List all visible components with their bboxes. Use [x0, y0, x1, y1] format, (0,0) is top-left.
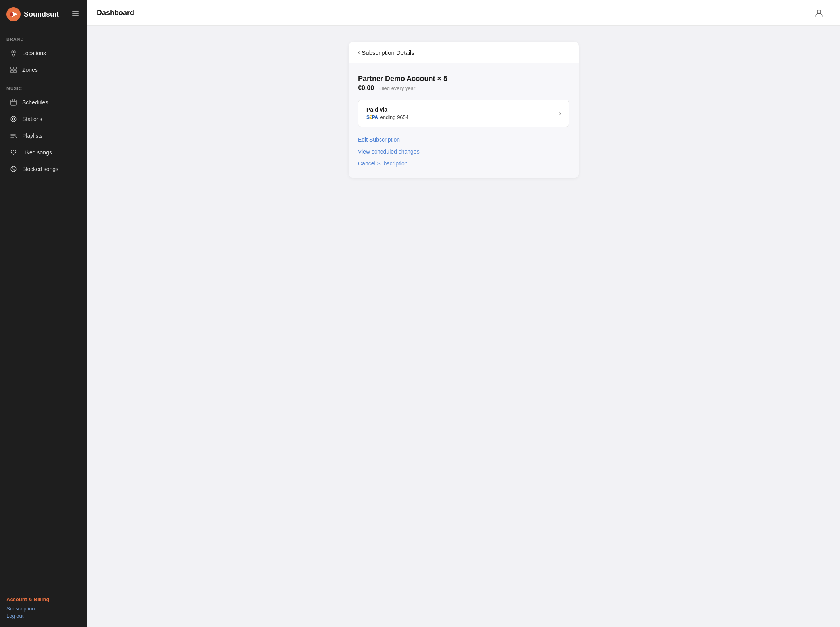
svg-point-19 [15, 137, 17, 138]
stations-label: Stations [22, 116, 42, 122]
topbar-right [813, 6, 830, 19]
topbar: Dashboard [87, 0, 840, 26]
content-area: ‹ Subscription Details Partner Demo Acco… [87, 26, 840, 627]
sepa-pa-letters: PA [372, 115, 378, 120]
card-header: ‹ Subscription Details [349, 42, 579, 63]
chevron-right-icon: › [559, 110, 561, 117]
svg-rect-8 [14, 70, 16, 73]
price-amount: €0.00 [358, 85, 374, 91]
cancel-subscription-link[interactable]: Cancel Subscription [358, 160, 569, 167]
sidebar-header: Soundsuit [0, 0, 87, 29]
subscription-price: €0.00 Billed every year [358, 85, 569, 92]
music-section-label: MUSIC [0, 78, 87, 94]
svg-point-15 [13, 119, 14, 119]
sepa-s-letter: S [366, 115, 370, 120]
payment-details: Paid via S€PA ending 9654 [366, 106, 408, 120]
zones-icon [10, 66, 17, 74]
account-billing-title: Account & Billing [6, 596, 81, 602]
locations-label: Locations [22, 50, 46, 56]
liked-icon [10, 148, 17, 156]
svg-rect-2 [72, 11, 79, 12]
blocked-icon [10, 165, 17, 173]
svg-rect-4 [72, 15, 79, 16]
sidebar-item-schedules[interactable]: Schedules [3, 94, 84, 110]
playlists-icon [10, 132, 17, 140]
sepa-logo: S€PA [366, 115, 378, 120]
blocked-songs-label: Blocked songs [22, 166, 58, 172]
stations-icon [10, 115, 17, 123]
sidebar-item-liked-songs[interactable]: Liked songs [3, 144, 84, 160]
logout-link[interactable]: Log out [6, 613, 81, 619]
payment-label: Paid via [366, 106, 408, 113]
svg-rect-7 [11, 70, 13, 73]
view-scheduled-changes-link[interactable]: View scheduled changes [358, 148, 569, 155]
sidebar-toggle-button[interactable] [70, 8, 81, 21]
svg-rect-5 [11, 67, 13, 69]
soundsuit-logo-icon [6, 7, 21, 21]
subscription-name: Partner Demo Account × 5 [358, 75, 569, 83]
sidebar-item-zones[interactable]: Zones [3, 62, 84, 78]
liked-songs-label: Liked songs [22, 149, 52, 156]
svg-rect-6 [14, 67, 16, 69]
svg-line-21 [12, 167, 15, 171]
svg-point-1 [10, 12, 13, 16]
sidebar-item-locations[interactable]: Locations [3, 45, 84, 61]
sidebar-item-blocked-songs[interactable]: Blocked songs [3, 161, 84, 177]
sidebar-item-playlists[interactable]: Playlists [3, 128, 84, 144]
svg-rect-9 [11, 100, 16, 105]
topbar-divider [830, 8, 830, 17]
back-button[interactable]: ‹ Subscription Details [358, 49, 414, 56]
schedules-label: Schedules [22, 99, 48, 106]
logo-text: Soundsuit [24, 10, 59, 19]
payment-info: S€PA ending 9654 [366, 114, 408, 120]
svg-point-22 [817, 10, 821, 13]
sidebar: Soundsuit BRAND Locations [0, 0, 87, 627]
action-links: Edit Subscription View scheduled changes… [358, 137, 569, 167]
svg-rect-3 [72, 13, 79, 14]
user-profile-button[interactable] [813, 6, 825, 19]
subscription-link[interactable]: Subscription [6, 606, 81, 612]
sidebar-bottom: Account & Billing Subscription Log out [0, 590, 87, 627]
payment-ending: ending 9654 [380, 114, 408, 120]
zones-label: Zones [22, 67, 38, 73]
card-header-title: Subscription Details [362, 49, 414, 56]
billing-period: Billed every year [377, 85, 415, 91]
page-title: Dashboard [97, 9, 134, 17]
sidebar-item-stations[interactable]: Stations [3, 111, 84, 127]
payment-method-box[interactable]: Paid via S€PA ending 9654 › [358, 100, 569, 127]
logo-area: Soundsuit [6, 7, 59, 21]
back-arrow-icon: ‹ [358, 49, 360, 56]
edit-subscription-link[interactable]: Edit Subscription [358, 137, 569, 143]
brand-section-label: BRAND [0, 29, 87, 45]
card-body: Partner Demo Account × 5 €0.00 Billed ev… [349, 63, 579, 178]
subscription-card: ‹ Subscription Details Partner Demo Acco… [349, 42, 579, 178]
schedules-icon [10, 98, 17, 106]
playlists-label: Playlists [22, 133, 42, 139]
main-content: Dashboard ‹ Subscription Details [87, 0, 840, 627]
location-icon [10, 49, 17, 57]
